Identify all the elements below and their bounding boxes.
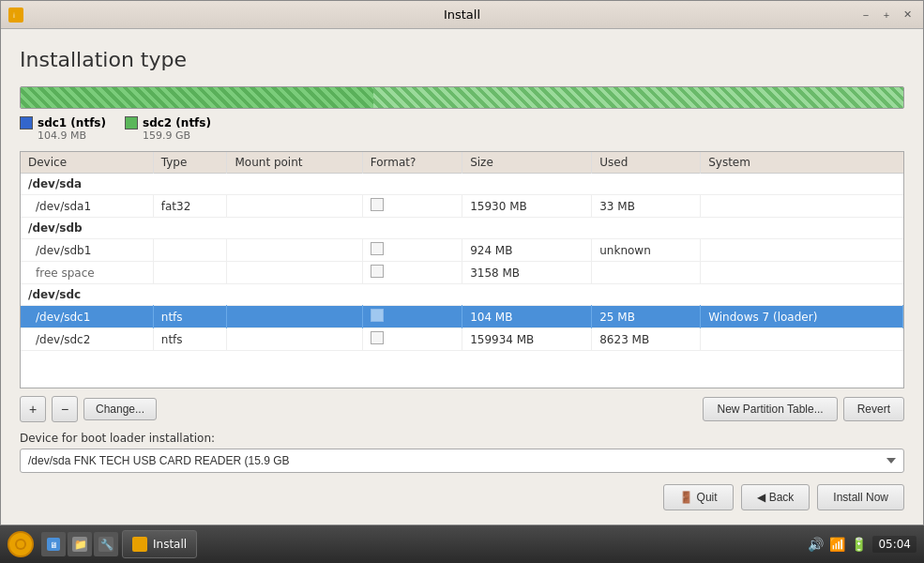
table-row[interactable]: /dev/sdc1 ntfs 104 MB 25 MB Windows 7 (l… — [21, 306, 903, 328]
taskbar-volume-icon[interactable]: 🔊 — [808, 537, 824, 552]
format-cell — [362, 262, 462, 284]
col-header-type: Type — [153, 152, 227, 174]
svg-point-3 — [17, 540, 24, 548]
device-cell: free space — [21, 262, 153, 284]
table-row[interactable]: /dev/sdb — [21, 218, 903, 239]
device-cell: /dev/sdc2 — [21, 328, 153, 351]
partition-bar-sdc1 — [21, 87, 373, 108]
table-row[interactable]: /dev/sdb1 924 MB unknown — [21, 239, 903, 262]
partition-table-wrapper: Device Type Mount point Format? Size Use… — [20, 151, 904, 388]
taskbar-time: 05:04 — [872, 536, 916, 553]
back-button[interactable]: ◀ Back — [741, 484, 810, 510]
partition-bar-sdc2 — [373, 87, 903, 108]
maximize-button[interactable]: + — [878, 7, 895, 23]
table-row[interactable]: /dev/sdc2 ntfs 159934 MB 8623 MB — [21, 328, 903, 351]
legend-color-sdc1 — [20, 116, 33, 129]
legend-sdc1-size: 104.9 MB — [20, 129, 106, 142]
back-icon: ◀ — [757, 491, 765, 504]
quit-label: Quit — [697, 491, 718, 504]
type-cell: ntfs — [153, 328, 227, 351]
main-window: i Install − + ✕ Installation type sdc1 (… — [0, 0, 924, 525]
bootloader-label: Device for boot loader installation: — [20, 432, 904, 445]
taskbar-icon-3[interactable]: 🔧 — [94, 532, 118, 556]
system-cell — [701, 328, 903, 351]
legend-sdc2: sdc2 (ntfs) 159.9 GB — [125, 116, 211, 142]
svg-text:i: i — [13, 12, 15, 20]
window-icon: i — [8, 8, 23, 23]
legend-sdc2-size: 159.9 GB — [125, 129, 211, 142]
table-row[interactable]: /dev/sda1 fat32 15930 MB 33 MB — [21, 195, 903, 218]
size-cell: 15930 MB — [462, 195, 592, 218]
col-header-system: System — [701, 152, 903, 174]
size-cell: 924 MB — [462, 239, 592, 262]
taskbar-app-install[interactable]: Install — [122, 530, 197, 558]
revert-button[interactable]: Revert — [843, 397, 904, 421]
install-now-label: Install Now — [833, 491, 888, 504]
used-cell: 33 MB — [592, 195, 701, 218]
legend-color-sdc2 — [125, 116, 138, 129]
change-button[interactable]: Change... — [83, 398, 157, 420]
col-header-mount: Mount point — [227, 152, 362, 174]
format-checkbox[interactable] — [371, 242, 384, 255]
taskbar-battery-icon[interactable]: 🔋 — [851, 537, 867, 552]
col-header-size: Size — [462, 152, 592, 174]
remove-partition-button[interactable]: − — [52, 396, 78, 422]
partition-table-body: /dev/sda /dev/sda1 fat32 15930 MB 33 MB … — [21, 174, 903, 351]
bottom-controls: + − Change... New Partition Table... Rev… — [20, 396, 904, 422]
close-button[interactable]: ✕ — [899, 7, 916, 23]
device-header-cell: /dev/sda — [21, 174, 903, 195]
device-header-cell: /dev/sdc — [21, 284, 903, 306]
table-row[interactable]: /dev/sdc — [21, 284, 903, 306]
titlebar-title: Install — [444, 8, 480, 22]
taskbar-app-label: Install — [153, 538, 187, 551]
bootloader-select[interactable]: /dev/sda FNK TECH USB CARD READER (15.9 … — [20, 449, 904, 473]
quit-button[interactable]: 🚪 Quit — [663, 484, 734, 510]
system-cell — [701, 262, 903, 284]
minimize-button[interactable]: − — [857, 7, 874, 23]
taskbar-app-install-icon — [132, 537, 147, 552]
taskbar-network-icon[interactable]: 📶 — [829, 537, 845, 552]
titlebar-controls: − + ✕ — [857, 7, 916, 23]
table-row[interactable]: /dev/sda — [21, 174, 903, 195]
mount-cell — [227, 328, 362, 351]
type-cell: fat32 — [153, 195, 227, 218]
svg-text:🔧: 🔧 — [100, 538, 114, 551]
window-title-text: Install — [444, 8, 480, 22]
table-row[interactable]: free space 3158 MB — [21, 262, 903, 284]
taskbar-icon-2[interactable]: 📁 — [68, 532, 92, 556]
taskbar-start-button[interactable] — [8, 531, 34, 557]
back-label: Back — [769, 491, 795, 504]
taskbar: 🖥 📁 🔧 Install 🔊 📶 🔋 05:04 — [0, 525, 924, 563]
col-header-used: Used — [592, 152, 701, 174]
titlebar: i Install − + ✕ — [1, 1, 923, 29]
legend-sdc1-label: sdc1 (ntfs) — [38, 116, 106, 129]
type-cell — [153, 262, 227, 284]
type-cell: ntfs — [153, 306, 227, 328]
format-cell — [362, 328, 462, 351]
device-header-cell: /dev/sdb — [21, 218, 903, 239]
col-header-format: Format? — [362, 152, 462, 174]
mount-cell — [227, 239, 362, 262]
partition-bar — [20, 86, 904, 109]
taskbar-system-tray: 🔊 📶 🔋 05:04 — [808, 536, 916, 553]
add-partition-button[interactable]: + — [20, 396, 46, 422]
new-partition-table-button[interactable]: New Partition Table... — [703, 397, 837, 421]
format-checkbox[interactable] — [371, 309, 384, 322]
table-header-row: Device Type Mount point Format? Size Use… — [21, 152, 903, 174]
format-checkbox[interactable] — [371, 198, 384, 211]
mount-cell — [227, 262, 362, 284]
used-cell: 8623 MB — [592, 328, 701, 351]
size-cell: 3158 MB — [462, 262, 592, 284]
mount-cell — [227, 306, 362, 328]
format-checkbox[interactable] — [371, 265, 384, 278]
device-cell: /dev/sdb1 — [21, 239, 153, 262]
system-cell — [701, 195, 903, 218]
legend-sdc2-label: sdc2 (ntfs) — [143, 116, 211, 129]
install-now-button[interactable]: Install Now — [817, 484, 904, 510]
col-header-device: Device — [21, 152, 153, 174]
page-title: Installation type — [20, 48, 904, 71]
format-checkbox[interactable] — [371, 331, 384, 344]
format-cell — [362, 306, 462, 328]
device-cell: /dev/sda1 — [21, 195, 153, 218]
taskbar-icon-1[interactable]: 🖥 — [41, 532, 66, 556]
